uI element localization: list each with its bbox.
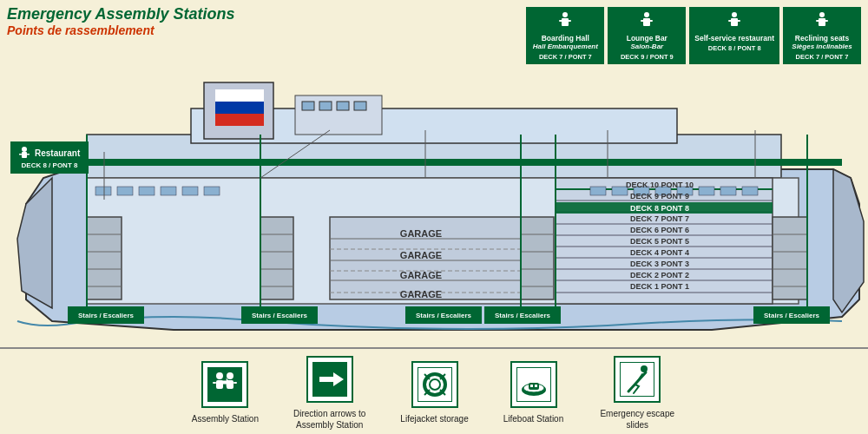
deck-6: DECK 6 PONT 6: [630, 226, 689, 234]
svg-rect-12: [819, 12, 825, 17]
svg-rect-21: [215, 114, 264, 126]
ship-diagram: CruiseMapper www.cruisemapper.com: [0, 65, 868, 352]
deck-7: DECK 7 PONT 7: [630, 214, 689, 223]
svg-rect-58: [699, 187, 714, 195]
lifejacket-icon-box: [411, 361, 458, 408]
selfservice-icon: [725, 10, 744, 32]
divider: [0, 347, 868, 349]
assembly-station-icon-box: [201, 361, 248, 408]
svg-rect-49: [139, 187, 155, 195]
svg-rect-99: [19, 154, 22, 155]
title-block: Emergency Assembly Stations Points de ra…: [7, 5, 234, 37]
restaurant-deck: DECK 8 / PONT 8: [17, 161, 82, 169]
svg-rect-125: [535, 385, 537, 387]
direction-arrows-icon: [312, 362, 347, 397]
svg-rect-23: [302, 102, 314, 110]
deck-8-label: DECK 8 PONT 8: [630, 204, 689, 213]
stairs-right: Stairs / Escaliers: [764, 312, 820, 319]
svg-rect-26: [354, 102, 366, 110]
deck-1: DECK 1 PONT 1: [630, 282, 689, 291]
title-fr: Points de rassemblement: [7, 23, 234, 37]
svg-rect-101: [207, 367, 242, 402]
stairs-mid-right-2: Stairs / Escaliers: [495, 312, 551, 319]
svg-rect-5: [643, 18, 650, 26]
svg-rect-24: [319, 102, 332, 110]
lifeboat-icon: [516, 367, 551, 402]
lifeboat-icon-box: [510, 361, 557, 408]
svg-rect-126: [620, 362, 654, 397]
lifejacket-label: Lifejacket storage: [400, 413, 468, 424]
boarding-hall-icon: [556, 10, 575, 32]
svg-rect-15: [825, 20, 828, 22]
svg-rect-104: [213, 382, 216, 384]
svg-rect-109: [233, 382, 237, 384]
svg-rect-53: [590, 187, 606, 195]
station-boarding-hall: Boarding Hall Hall Embarquement DECK 7 /…: [526, 7, 604, 64]
svg-rect-60: [742, 187, 758, 195]
svg-rect-52: [204, 187, 220, 195]
station-lounge-bar: Lounge Bar Salon-Bar DECK 9 / PONT 9: [608, 7, 686, 64]
restaurant-box: Restaurant DECK 8 / PONT 8: [10, 141, 89, 174]
station-selfservice: Self-service restaurant DECK 8 / PONT 8: [689, 7, 779, 64]
svg-point-97: [22, 147, 27, 152]
svg-rect-1: [562, 18, 569, 26]
svg-rect-48: [117, 187, 133, 195]
title-en: Emergency Assembly Stations: [7, 5, 234, 23]
legend-direction-arrows: Direction arrows toAssembly Station: [293, 356, 365, 431]
deck-5: DECK 5 PONT 5: [630, 237, 689, 246]
legend-lifeboat: Lifeboat Station: [503, 361, 564, 424]
reclining-icon: [812, 10, 832, 32]
svg-rect-61: [87, 217, 122, 299]
selfservice-deck: DECK 8 / PONT 8: [708, 44, 761, 52]
garage-label-1: GARAGE: [400, 228, 442, 239]
svg-rect-28: [26, 159, 842, 166]
boarding-hall-deck: DECK 7 / PONT 7: [539, 53, 592, 61]
svg-rect-0: [562, 12, 568, 17]
escape-slides-icon-box: [614, 356, 661, 403]
svg-rect-25: [337, 102, 349, 110]
assembly-station-icon: [207, 367, 242, 402]
deck-4: DECK 4 PONT 4: [630, 248, 689, 257]
svg-rect-7: [649, 20, 653, 22]
direction-arrows-icon-box: [306, 356, 353, 403]
svg-point-102: [216, 372, 223, 379]
escape-slides-label: Emergency escape slides: [598, 408, 676, 431]
reclining-deck: DECK 7 / PONT 7: [796, 53, 849, 61]
svg-rect-123: [529, 383, 539, 390]
station-reclining: Reclining seats Sièges inclinables DECK …: [783, 7, 861, 64]
svg-rect-19: [215, 89, 264, 102]
svg-rect-6: [641, 20, 644, 22]
svg-rect-10: [728, 20, 732, 22]
lounge-bar-deck: DECK 9 / PONT 9: [621, 53, 674, 61]
assembly-station-label: Assembly Station: [192, 413, 259, 424]
reclining-name-fr: Sièges inclinables: [792, 43, 852, 51]
deck-9: DECK 9 PONT 9: [630, 192, 689, 201]
stairs-mid-right-1: Stairs / Escaliers: [416, 312, 472, 319]
escape-slides-icon: [620, 362, 654, 397]
lounge-bar-name-fr: Salon-Bar: [630, 43, 663, 51]
restaurant-label: Restaurant: [35, 148, 80, 158]
legend-assembly-station: Assembly Station: [192, 361, 259, 424]
svg-rect-98: [22, 152, 27, 158]
lounge-bar-icon: [637, 10, 656, 32]
deck-3: DECK 3 PONT 3: [630, 260, 689, 268]
garage-label-3: GARAGE: [400, 270, 442, 280]
boarding-hall-name-en: Boarding Hall: [542, 34, 589, 43]
lounge-bar-name-en: Lounge Bar: [627, 34, 667, 43]
svg-rect-124: [530, 385, 533, 387]
lifejacket-icon: [418, 367, 452, 402]
svg-point-106: [227, 372, 233, 379]
svg-rect-8: [732, 12, 737, 17]
svg-rect-50: [161, 187, 176, 195]
direction-arrows-label: Direction arrows toAssembly Station: [293, 408, 365, 431]
stairs-mid-left: Stairs / Escaliers: [252, 312, 308, 319]
legend-lifejacket: Lifejacket storage: [400, 361, 468, 424]
svg-rect-20: [215, 102, 264, 114]
garage-label-2: GARAGE: [400, 250, 442, 260]
svg-rect-66: [260, 217, 293, 299]
svg-rect-3: [568, 20, 571, 22]
svg-rect-13: [819, 18, 825, 26]
deck-2: DECK 2 PONT 2: [630, 271, 689, 279]
selfservice-name-en: Self-service restaurant: [694, 34, 774, 43]
header: Emergency Assembly Stations Points de ra…: [0, 0, 868, 65]
